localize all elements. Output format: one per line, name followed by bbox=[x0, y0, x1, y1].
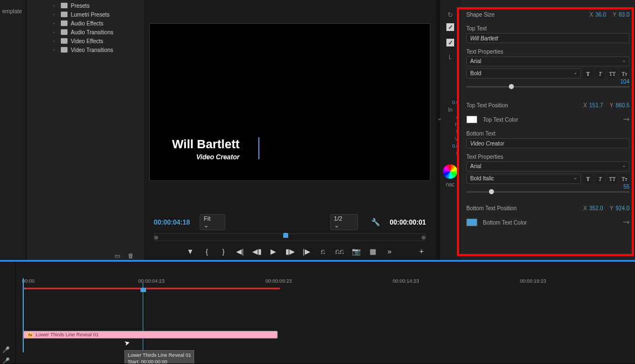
top-style-dropdown[interactable]: Bold bbox=[466, 69, 581, 79]
preview-viewport: Will Bartlett Video Creator bbox=[149, 23, 430, 181]
bottom-pos-label: Bottom Text Position bbox=[466, 205, 584, 211]
program-monitor: Will Bartlett Video Creator 00:00:04:18 … bbox=[144, 0, 436, 260]
export-frame-icon[interactable]: 📷 bbox=[352, 247, 361, 256]
step-fwd-icon[interactable]: ▮▶ bbox=[285, 247, 294, 256]
left-tool-panel: emplate bbox=[0, 0, 27, 260]
voiceover-icon[interactable]: 🎤 bbox=[2, 357, 10, 364]
layer-checkbox-2[interactable]: ✓ bbox=[446, 39, 454, 46]
bottom-style-dropdown[interactable]: Bold Italic bbox=[466, 174, 581, 184]
current-timecode[interactable]: 00:00:04:18 bbox=[154, 219, 190, 226]
video-track[interactable]: fx Lower Thirds Line Reveal 01 bbox=[22, 331, 635, 345]
button-editor-icon[interactable]: + bbox=[417, 247, 426, 256]
resolution-dropdown[interactable]: 1/2 ⌄ bbox=[330, 214, 358, 230]
essential-graphics-panel: ↻ ✓ ✓ L 0.0 In ⌄ A Fi S Vi 0.0 S nac Sha… bbox=[439, 0, 635, 260]
bottom-text-input[interactable] bbox=[466, 138, 629, 148]
bottom-pos-x[interactable]: X352.0 bbox=[584, 205, 603, 211]
mini-timeline[interactable] bbox=[154, 233, 426, 241]
lift-icon[interactable]: ⎌ bbox=[319, 247, 327, 256]
fx-badge-icon: fx bbox=[27, 332, 33, 337]
color-wheel-icon[interactable] bbox=[443, 164, 457, 179]
top-color-swatch[interactable] bbox=[466, 116, 477, 123]
shape-y[interactable]: Y83.0 bbox=[613, 12, 629, 18]
tree-item-video-fx[interactable]: ›Video Effects bbox=[27, 37, 144, 45]
bottom-pos-y[interactable]: Y924.0 bbox=[610, 205, 629, 211]
mark-in-icon[interactable]: { bbox=[202, 247, 211, 256]
work-area-bar[interactable] bbox=[24, 288, 278, 289]
trash-icon[interactable]: 🗑 bbox=[128, 252, 136, 258]
top-pos-label: Top Text Position bbox=[466, 102, 584, 108]
new-bin-icon[interactable]: ▭ bbox=[114, 252, 122, 258]
faux-italic-btn[interactable]: T bbox=[595, 174, 605, 184]
small-caps-btn[interactable]: Tт bbox=[620, 69, 629, 79]
top-text-input[interactable] bbox=[466, 33, 629, 43]
layer-checkbox-1[interactable]: ✓ bbox=[446, 23, 454, 31]
shape-x[interactable]: X36.0 bbox=[590, 12, 606, 18]
eyedropper-icon[interactable]: 𐃘 bbox=[623, 219, 629, 226]
add-marker-icon[interactable]: ▼ bbox=[186, 247, 195, 256]
top-props-label: Text Properties bbox=[466, 49, 629, 55]
voiceover-icon[interactable]: 🎤 bbox=[2, 346, 10, 354]
compare-icon[interactable]: ▦ bbox=[368, 247, 377, 256]
play-icon[interactable]: ▶ bbox=[269, 247, 278, 256]
small-caps-btn[interactable]: Tт bbox=[620, 174, 629, 184]
timeline-panel: 00:00 00:00:04:23 00:00:09:23 00:00:14:2… bbox=[0, 260, 635, 364]
go-to-in-icon[interactable]: ◀| bbox=[236, 247, 244, 256]
tree-item-lumetri[interactable]: ›Lumetri Presets bbox=[27, 10, 144, 19]
top-font-dropdown[interactable]: Arial bbox=[466, 56, 629, 66]
folder-icon bbox=[61, 3, 67, 8]
bottom-color-swatch[interactable] bbox=[466, 219, 477, 226]
bottom-text-label: Bottom Text bbox=[466, 131, 629, 137]
top-color-label: Top Text Color bbox=[483, 117, 623, 123]
extract-icon[interactable]: ⎌⎌ bbox=[335, 247, 344, 256]
tree-item-video-trans[interactable]: ›Video Transitions bbox=[27, 45, 144, 54]
lower-third-line bbox=[258, 137, 259, 159]
browser-footer: ▭ 🗑 bbox=[27, 250, 144, 260]
top-size-slider[interactable] bbox=[466, 86, 629, 87]
settings-wrench-icon[interactable]: 🔧 bbox=[371, 218, 380, 226]
layer-strip: ↻ ✓ ✓ L 0.0 In ⌄ A Fi S Vi 0.0 S nac bbox=[440, 0, 461, 260]
top-text-label: Top Text bbox=[466, 25, 629, 32]
step-back-icon[interactable]: ◀▮ bbox=[252, 247, 261, 256]
playhead-handle[interactable] bbox=[140, 288, 146, 292]
proxy-icon[interactable]: » bbox=[385, 247, 394, 256]
clip-lower-thirds[interactable]: fx Lower Thirds Line Reveal 01 bbox=[23, 331, 278, 339]
folder-icon bbox=[61, 29, 67, 35]
faux-bold-btn[interactable]: T bbox=[583, 174, 593, 184]
folder-icon bbox=[61, 47, 67, 53]
tree-item-audio-trans[interactable]: ›Audio Transitions bbox=[27, 28, 144, 37]
duration-timecode: 00:00:00:01 bbox=[390, 219, 426, 226]
top-pos-x[interactable]: X151.7 bbox=[584, 102, 603, 108]
tree-item-audio-fx[interactable]: ›Audio Effects bbox=[27, 19, 144, 28]
go-to-out-icon[interactable]: |▶ bbox=[302, 247, 311, 256]
faux-bold-btn[interactable]: T bbox=[583, 69, 593, 79]
mini-playhead[interactable] bbox=[283, 233, 288, 238]
all-caps-btn[interactable]: TT bbox=[607, 69, 617, 79]
preview-subtitle-text: Video Creator bbox=[172, 153, 240, 161]
tree-item-presets[interactable]: ›Presets bbox=[27, 1, 144, 10]
fit-dropdown[interactable]: Fit ⌄ bbox=[200, 214, 225, 230]
all-caps-btn[interactable]: TT bbox=[607, 174, 617, 184]
shape-size-label: Shape Size bbox=[466, 12, 590, 18]
bottom-size-slider[interactable] bbox=[466, 191, 629, 193]
mark-out-icon[interactable]: } bbox=[219, 247, 228, 256]
bottom-color-label: Bottom Text Color bbox=[483, 220, 623, 226]
eyedropper-icon[interactable]: 𐃘 bbox=[623, 116, 629, 123]
top-pos-y[interactable]: Y860.5 bbox=[610, 102, 629, 108]
effects-browser: ›Presets ›Lumetri Presets ›Audio Effects… bbox=[27, 0, 144, 260]
folder-icon bbox=[61, 38, 67, 44]
bottom-props-label: Text Properties bbox=[466, 154, 629, 160]
bottom-font-dropdown[interactable]: Arial bbox=[466, 162, 629, 171]
faux-italic-btn[interactable]: T bbox=[595, 69, 605, 79]
preview-title-text: Will Bartlett bbox=[172, 137, 240, 152]
clip-tooltip: Lower Thirds Line Reveal 01 Start: 00:00… bbox=[124, 350, 194, 364]
folder-icon bbox=[61, 20, 67, 26]
folder-icon bbox=[61, 12, 67, 17]
template-tab[interactable]: emplate bbox=[2, 8, 24, 14]
top-size-value[interactable]: 104 bbox=[466, 79, 629, 85]
